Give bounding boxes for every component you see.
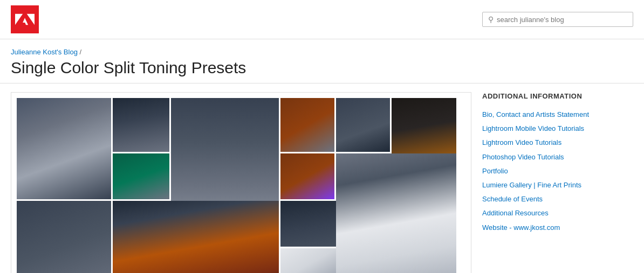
sidebar-link-7[interactable]: Additional Resources — [482, 208, 633, 218]
sidebar-link-8[interactable]: Website - www.jkost.com — [482, 223, 633, 233]
sidebar-link-4[interactable]: Portfolio — [482, 166, 633, 176]
breadcrumb-separator: / — [78, 48, 81, 56]
image-cell-7[interactable] — [113, 153, 169, 199]
search-icon: ⚲ — [488, 15, 494, 24]
header: ⚲ — [0, 0, 644, 39]
breadcrumb-link[interactable]: Julieanne Kost's Blog — [11, 48, 78, 56]
image-cell-5[interactable] — [336, 98, 390, 152]
image-grid — [17, 98, 465, 273]
image-cell-large-right[interactable] — [336, 153, 456, 273]
breadcrumb-section: Julieanne Kost's Blog / Single Color Spl… — [0, 39, 644, 83]
image-cell-13[interactable] — [113, 201, 279, 273]
image-grid-container — [11, 92, 471, 273]
image-cell-1[interactable] — [17, 98, 111, 199]
sidebar-link-2[interactable]: Lightroom Video Tutorials — [482, 138, 633, 148]
additional-info-title: ADDITIONAL INFORMATION — [482, 92, 633, 102]
image-cell-4[interactable] — [280, 98, 334, 152]
adobe-logo[interactable] — [11, 5, 39, 33]
page-title: Single Color Split Toning Presets — [11, 58, 633, 78]
image-cell-8[interactable] — [280, 153, 334, 199]
adobe-logo-svg — [15, 10, 35, 29]
sidebar: ADDITIONAL INFORMATION Bio, Contact and … — [482, 92, 633, 273]
image-cell-2[interactable] — [113, 98, 169, 152]
main-content: ADDITIONAL INFORMATION Bio, Contact and … — [0, 83, 644, 273]
sidebar-link-3[interactable]: Photoshop Video Tutorials — [482, 152, 633, 162]
sidebar-link-1[interactable]: Lightroom Mobile Video Tutorials — [482, 124, 633, 134]
sidebar-link-0[interactable]: Bio, Contact and Artists Statement — [482, 110, 633, 120]
image-cell-12[interactable] — [17, 201, 111, 273]
breadcrumb: Julieanne Kost's Blog / — [11, 48, 633, 56]
search-input[interactable] — [497, 16, 627, 24]
search-box[interactable]: ⚲ — [482, 12, 633, 27]
sidebar-links: Bio, Contact and Artists StatementLightr… — [482, 110, 633, 233]
sidebar-link-6[interactable]: Schedule of Events — [482, 194, 633, 204]
sidebar-link-5[interactable]: Lumiere Gallery | Fine Art Prints — [482, 180, 633, 190]
